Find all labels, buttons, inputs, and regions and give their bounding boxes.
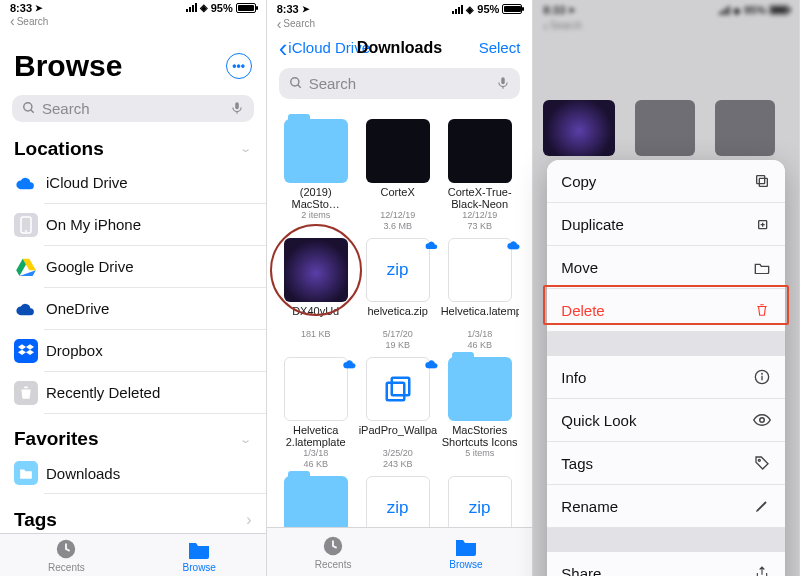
file-item[interactable]: CorteX 12/12/19 3.6 MB xyxy=(357,119,439,232)
file-item[interactable]: Helvetica 2.latemplate 1/3/18 46 KB xyxy=(275,357,357,470)
file-item[interactable]: zip xyxy=(439,476,521,528)
menu-item-label: Delete xyxy=(561,302,604,319)
more-options-button[interactable]: ••• xyxy=(226,53,252,79)
signal-bars-icon xyxy=(452,5,463,14)
search-icon xyxy=(289,76,303,90)
file-meta: 2 items xyxy=(277,210,355,221)
folder-icon xyxy=(14,461,38,485)
location-arrow-icon: ➤ xyxy=(35,3,43,13)
cloud-icon xyxy=(14,171,38,195)
gdrive-icon xyxy=(14,255,38,279)
clock-icon xyxy=(320,535,346,557)
svg-marker-9 xyxy=(26,344,34,349)
select-button[interactable]: Select xyxy=(479,39,521,56)
file-thumb xyxy=(366,357,430,421)
search-input[interactable]: Search xyxy=(12,95,254,122)
back-to-search[interactable]: Search xyxy=(267,18,533,33)
file-meta: 181 KB xyxy=(277,329,355,340)
copy-icon xyxy=(753,172,771,190)
tab-bar: Recents Browse xyxy=(0,533,266,576)
svg-point-0 xyxy=(24,103,32,111)
tab-label: Recents xyxy=(48,562,85,573)
trash-icon xyxy=(753,301,771,319)
mic-icon[interactable] xyxy=(496,75,510,91)
status-bar: 8:33➤ ◈95% xyxy=(267,0,533,18)
file-thumb: zip xyxy=(448,476,512,528)
browse-folder-icon xyxy=(453,535,479,557)
file-meta: 12/12/19 xyxy=(359,210,437,221)
phone-icon xyxy=(14,213,38,237)
file-thumb xyxy=(366,119,430,183)
search-icon xyxy=(22,101,36,115)
cloud-download-icon xyxy=(425,240,439,250)
file-thumb xyxy=(635,100,695,156)
dropbox-icon xyxy=(14,339,38,363)
file-name: (2019) MacSto…llpapers xyxy=(277,186,355,210)
location-recently-deleted[interactable]: Recently Deleted xyxy=(0,372,266,414)
menu-item-duplicate[interactable]: Duplicate xyxy=(547,203,785,246)
svg-rect-17 xyxy=(391,377,409,395)
battery-icon xyxy=(236,3,256,13)
file-thumb xyxy=(448,238,512,302)
downloads-panel: 8:33➤ ◈95% Search iCloud Drive Downloads… xyxy=(267,0,534,576)
location-on-my-iphone[interactable]: On My iPhone xyxy=(0,204,266,246)
location-onedrive[interactable]: OneDrive xyxy=(0,288,266,330)
svg-rect-15 xyxy=(502,77,506,84)
list-item-label: OneDrive xyxy=(46,300,109,317)
file-thumb xyxy=(284,476,348,528)
back-to-search[interactable]: Search xyxy=(0,16,266,31)
favorites-header[interactable]: Favorites⌄ xyxy=(0,426,266,452)
svg-marker-10 xyxy=(18,349,26,354)
locations-header[interactable]: Locations⌄ xyxy=(0,136,266,162)
file-item[interactable]: MacStories Shortcuts Icons 5 items xyxy=(439,357,521,470)
file-item[interactable]: zip helvetica.zip 5/17/20 19 KB xyxy=(357,238,439,351)
chevron-down-icon: ⌄ xyxy=(239,142,252,155)
list-item-label: Dropbox xyxy=(46,342,103,359)
menu-item-move[interactable]: Move xyxy=(547,246,785,289)
file-meta: 5 items xyxy=(441,448,519,459)
share-icon xyxy=(753,564,771,576)
file-name: CorteX-True-Black-Neon xyxy=(441,186,519,210)
menu-item-tags[interactable]: Tags xyxy=(547,442,785,485)
svg-rect-19 xyxy=(759,178,767,186)
duplicate-icon xyxy=(753,215,771,233)
search-placeholder: Search xyxy=(309,75,357,92)
file-item[interactable]: CorteX-True-Black-Neon 12/12/19 73 KB xyxy=(439,119,521,232)
search-input[interactable]: Search xyxy=(279,68,521,99)
menu-item-rename[interactable]: Rename xyxy=(547,485,785,528)
file-item[interactable]: iPadPro_Wallpaper 3/25/20 243 KB xyxy=(357,357,439,470)
menu-item-quick-look[interactable]: Quick Look xyxy=(547,399,785,442)
file-item[interactable]: zip xyxy=(357,476,439,528)
wifi-icon: ◈ xyxy=(200,2,208,13)
menu-item-label: Duplicate xyxy=(561,216,624,233)
location-icloud-drive[interactable]: iCloud Drive xyxy=(0,162,266,204)
file-thumb xyxy=(284,357,348,421)
files-grid: (2019) MacSto…llpapers 2 items CorteX 12… xyxy=(267,113,533,528)
tab-recents[interactable]: Recents xyxy=(0,534,133,576)
menu-item-copy[interactable]: Copy xyxy=(547,160,785,203)
file-item[interactable] xyxy=(275,476,357,528)
menu-item-delete[interactable]: Delete xyxy=(547,289,785,332)
svg-rect-16 xyxy=(386,382,404,400)
location-dropbox[interactable]: Dropbox xyxy=(0,330,266,372)
mic-icon[interactable] xyxy=(230,100,244,116)
context-menu: CopyDuplicateMoveDeleteInfoQuick LookTag… xyxy=(547,160,785,576)
nav-title: Downloads xyxy=(357,39,442,57)
file-item[interactable]: (2019) MacSto…llpapers 2 items xyxy=(275,119,357,232)
favorite-downloads[interactable]: Downloads xyxy=(0,452,266,494)
svg-point-24 xyxy=(762,373,763,374)
location-google-drive[interactable]: Google Drive xyxy=(0,246,266,288)
selected-file-thumb xyxy=(543,100,615,156)
tag-icon xyxy=(753,454,771,472)
tab-recents[interactable]: Recents xyxy=(267,528,400,576)
tab-browse[interactable]: Browse xyxy=(400,528,533,576)
tags-header[interactable]: Tags› xyxy=(0,507,266,533)
menu-item-info[interactable]: Info xyxy=(547,356,785,399)
tab-browse[interactable]: Browse xyxy=(133,534,266,576)
list-item-label: Recently Deleted xyxy=(46,384,160,401)
file-item[interactable]: DX40yUd 181 KB xyxy=(275,238,357,351)
cloud-download-icon xyxy=(425,359,439,369)
menu-item-share[interactable]: Share xyxy=(547,552,785,576)
file-item[interactable]: Helvetica.latemplate 1/3/18 46 KB xyxy=(439,238,521,351)
battery-percent: 95% xyxy=(211,2,233,14)
